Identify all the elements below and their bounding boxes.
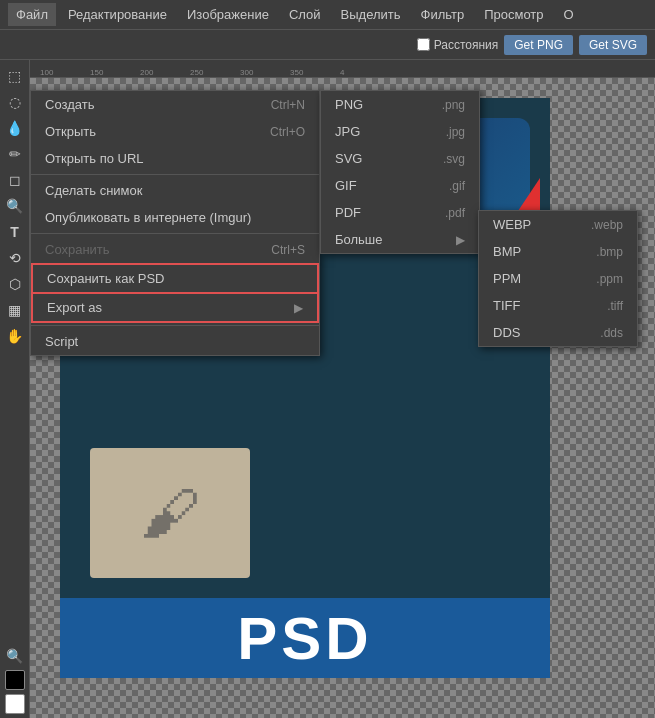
menu-item-screenshot[interactable]: Сделать снимок	[31, 177, 319, 204]
export-bmp-label: BMP	[493, 244, 521, 259]
gradient-tool-icon[interactable]: ▦	[3, 298, 27, 322]
brush-icon: 🖌	[140, 479, 200, 548]
menu-separator-2	[31, 233, 319, 234]
ruler-tick-350: 350	[290, 68, 303, 77]
pencil-tool-icon[interactable]: ✏	[3, 142, 27, 166]
menu-item-save-psd-label: Сохранить как PSD	[47, 271, 164, 286]
menubar-item-edit[interactable]: Редактирование	[60, 3, 175, 26]
main-area: ⬚ ◌ 💧 ✏ ◻ 🔍 T ⟲ ⬡ ▦ ✋ 🔍 100 150 200 250 …	[0, 60, 655, 718]
export-tiff-ext: .tiff	[607, 299, 623, 313]
export-webp[interactable]: WEBP .webp	[479, 211, 637, 238]
export-dds-ext: .dds	[600, 326, 623, 340]
export-svg[interactable]: SVG .svg	[321, 145, 479, 172]
export-bmp-ext: .bmp	[596, 245, 623, 259]
shape-tool-icon[interactable]: ⬡	[3, 272, 27, 296]
menu-separator-1	[31, 174, 319, 175]
export-dds-label: DDS	[493, 325, 520, 340]
eraser-tool-icon[interactable]: ◻	[3, 168, 27, 192]
export-gif-ext: .gif	[449, 179, 465, 193]
menu-item-open[interactable]: Открыть Ctrl+O	[31, 118, 319, 145]
ruler-tick-150: 150	[90, 68, 103, 77]
export-png[interactable]: PNG .png	[321, 91, 479, 118]
toolbar: Расстояния Get PNG Get SVG	[0, 30, 655, 60]
ruler-tick-300: 300	[240, 68, 253, 77]
menu-item-new-label: Создать	[45, 97, 94, 112]
menu-item-export-as[interactable]: Export as ▶	[31, 294, 319, 323]
menu-item-save-psd[interactable]: Сохранить как PSD	[31, 263, 319, 294]
export-png-ext: .png	[442, 98, 465, 112]
export-submenu: PNG .png JPG .jpg SVG .svg GIF .gif PDF …	[320, 90, 480, 254]
color-tool-icon[interactable]	[5, 670, 25, 690]
menu-separator-3	[31, 325, 319, 326]
text-tool-icon[interactable]: T	[3, 220, 27, 244]
export-webp-ext: .webp	[591, 218, 623, 232]
zoom-tool-icon[interactable]: 🔍	[3, 194, 27, 218]
export-pdf[interactable]: PDF .pdf	[321, 199, 479, 226]
export-tiff[interactable]: TIFF .tiff	[479, 292, 637, 319]
export-tiff-label: TIFF	[493, 298, 520, 313]
ruler-tick-100: 100	[40, 68, 53, 77]
export-as-arrow-icon: ▶	[294, 301, 303, 315]
more-submenu: WEBP .webp BMP .bmp PPM .ppm TIFF .tiff …	[478, 210, 638, 347]
export-jpg[interactable]: JPG .jpg	[321, 118, 479, 145]
get-png-button[interactable]: Get PNG	[504, 35, 573, 55]
menubar-item-select[interactable]: Выделить	[333, 3, 409, 26]
horizontal-ruler: 100 150 200 250 300 350 4	[30, 60, 655, 78]
menubar-item-view[interactable]: Просмотр	[476, 3, 551, 26]
export-jpg-ext: .jpg	[446, 125, 465, 139]
bg-color-tool-icon[interactable]	[5, 694, 25, 714]
menu-item-new[interactable]: Создать Ctrl+N	[31, 91, 319, 118]
eyedropper-tool-icon[interactable]: 💧	[3, 116, 27, 140]
menubar-item-about[interactable]: О	[556, 3, 582, 26]
export-dds[interactable]: DDS .dds	[479, 319, 637, 346]
tools-panel: ⬚ ◌ 💧 ✏ ◻ 🔍 T ⟲ ⬡ ▦ ✋ 🔍	[0, 60, 30, 718]
toolbar-checkbox-distances[interactable]: Расстояния	[417, 38, 499, 52]
menu-item-script-label: Script	[45, 334, 78, 349]
transform-tool-icon[interactable]: ⟲	[3, 246, 27, 270]
lasso-tool-icon[interactable]: ◌	[3, 90, 27, 114]
menu-item-script[interactable]: Script	[31, 328, 319, 355]
export-ppm[interactable]: PPM .ppm	[479, 265, 637, 292]
distances-checkbox[interactable]	[417, 38, 430, 51]
export-pdf-label: PDF	[335, 205, 361, 220]
select-tool-icon[interactable]: ⬚	[3, 64, 27, 88]
menu-item-save-shortcut: Ctrl+S	[271, 243, 305, 257]
menubar-item-filter[interactable]: Фильтр	[413, 3, 473, 26]
export-ppm-label: PPM	[493, 271, 521, 286]
menu-item-open-url[interactable]: Открыть по URL	[31, 145, 319, 172]
file-menu-dropdown: Создать Ctrl+N Открыть Ctrl+O Открыть по…	[30, 90, 320, 356]
menu-item-publish[interactable]: Опубликовать в интернете (Imgur)	[31, 204, 319, 231]
get-svg-button[interactable]: Get SVG	[579, 35, 647, 55]
menubar-item-layer[interactable]: Слой	[281, 3, 329, 26]
export-gif-label: GIF	[335, 178, 357, 193]
brush-area: 🖌	[90, 448, 250, 578]
ruler-tick-200: 200	[140, 68, 153, 77]
menu-item-save-label: Сохранить	[45, 242, 110, 257]
menu-item-export-as-label: Export as	[47, 300, 102, 315]
menu-item-open-url-label: Открыть по URL	[45, 151, 144, 166]
export-more-arrow-icon: ▶	[456, 233, 465, 247]
export-webp-label: WEBP	[493, 217, 531, 232]
export-svg-label: SVG	[335, 151, 362, 166]
menu-item-publish-label: Опубликовать в интернете (Imgur)	[45, 210, 251, 225]
menubar: Файл Редактирование Изображение Слой Выд…	[0, 0, 655, 30]
export-gif[interactable]: GIF .gif	[321, 172, 479, 199]
psd-text: PSD	[237, 604, 372, 673]
export-pdf-ext: .pdf	[445, 206, 465, 220]
magnify-tool-icon[interactable]: 🔍	[3, 644, 27, 668]
menu-item-open-label: Открыть	[45, 124, 96, 139]
menu-item-screenshot-label: Сделать снимок	[45, 183, 142, 198]
menubar-item-image[interactable]: Изображение	[179, 3, 277, 26]
export-svg-ext: .svg	[443, 152, 465, 166]
export-bmp[interactable]: BMP .bmp	[479, 238, 637, 265]
export-jpg-label: JPG	[335, 124, 360, 139]
hand-tool-icon[interactable]: ✋	[3, 324, 27, 348]
export-more-label: Больше	[335, 232, 383, 247]
menubar-item-file[interactable]: Файл	[8, 3, 56, 26]
ruler-tick-250: 250	[190, 68, 203, 77]
canvas-area: 100 150 200 250 300 350 4 🌐 www ww	[30, 60, 655, 718]
export-more[interactable]: Больше ▶	[321, 226, 479, 253]
menu-item-save: Сохранить Ctrl+S	[31, 236, 319, 263]
psd-banner: PSD	[60, 598, 550, 678]
menu-item-open-shortcut: Ctrl+O	[270, 125, 305, 139]
